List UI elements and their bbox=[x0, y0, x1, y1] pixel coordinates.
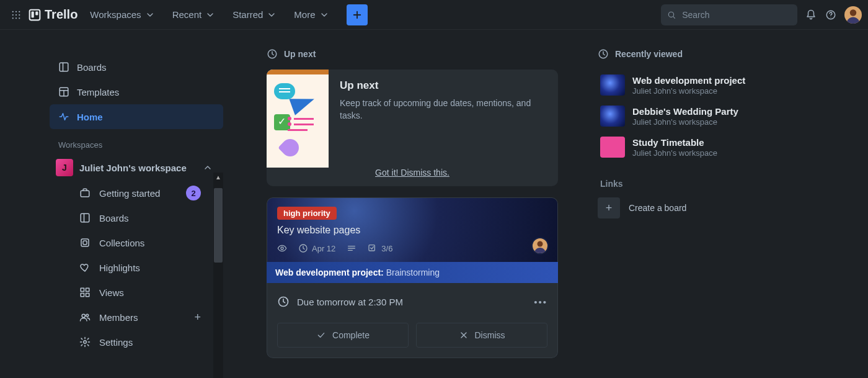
svg-point-8 bbox=[19, 17, 20, 19]
add-member-icon[interactable]: + bbox=[194, 311, 201, 324]
notifications-icon[interactable] bbox=[801, 5, 821, 25]
svg-point-34 bbox=[86, 314, 89, 317]
chevron-up-icon bbox=[203, 163, 213, 173]
board-icon bbox=[79, 212, 91, 223]
clock-icon bbox=[267, 48, 278, 60]
recent-board-1[interactable]: Debbie's Wedding Party Juliet John's wor… bbox=[598, 101, 771, 132]
svg-rect-31 bbox=[81, 294, 84, 297]
sidebar-item-settings[interactable]: Settings bbox=[50, 330, 223, 354]
svg-rect-32 bbox=[86, 294, 89, 297]
svg-rect-19 bbox=[60, 63, 68, 71]
svg-rect-30 bbox=[86, 288, 89, 291]
svg-rect-29 bbox=[81, 288, 84, 291]
brand-name: Trello bbox=[45, 7, 78, 22]
chevron-down-icon bbox=[319, 10, 329, 20]
nav-recent[interactable]: Recent bbox=[164, 6, 224, 24]
gear-icon bbox=[79, 336, 91, 348]
svg-rect-10 bbox=[32, 11, 34, 17]
sidebar-item-views[interactable]: Views bbox=[50, 280, 223, 305]
getting-started-badge: 2 bbox=[186, 186, 201, 200]
nav-more[interactable]: More bbox=[285, 6, 337, 24]
svg-point-37 bbox=[281, 247, 283, 250]
svg-rect-42 bbox=[369, 245, 374, 251]
card-location[interactable]: Web development project: Brainstorming bbox=[267, 262, 558, 283]
workspace-name: Juliet John's workspace bbox=[79, 163, 192, 173]
svg-point-35 bbox=[84, 341, 87, 344]
plus-icon: + bbox=[598, 197, 620, 218]
apps-icon[interactable] bbox=[6, 5, 26, 25]
check-icon bbox=[316, 330, 326, 340]
sidebar-item-highlights[interactable]: Highlights bbox=[50, 255, 223, 280]
svg-rect-27 bbox=[81, 239, 89, 246]
dismiss-button[interactable]: Dismiss bbox=[416, 323, 547, 348]
clock-icon bbox=[277, 295, 290, 308]
svg-point-7 bbox=[16, 17, 17, 19]
svg-point-5 bbox=[19, 14, 20, 15]
sidebar-scrollbar[interactable]: ▲ bbox=[213, 173, 223, 378]
sidebar-item-collections[interactable]: Collections bbox=[50, 230, 223, 255]
help-icon[interactable] bbox=[821, 5, 841, 25]
svg-rect-11 bbox=[35, 11, 38, 15]
nav-starred[interactable]: Starred bbox=[224, 6, 285, 24]
sidebar-item-boards[interactable]: Boards bbox=[50, 55, 223, 79]
sidebar-item-templates[interactable]: Templates bbox=[50, 79, 223, 104]
card-due: Apr 12 bbox=[298, 243, 335, 253]
sidebar-section-workspaces: Workspaces bbox=[50, 129, 223, 155]
card-title: Key website pages bbox=[277, 225, 547, 236]
collections-icon bbox=[79, 237, 91, 248]
sidebar-item-home[interactable]: Home bbox=[50, 104, 223, 129]
upnext-illustration bbox=[267, 70, 329, 168]
clock-icon bbox=[298, 243, 308, 253]
task-card[interactable]: high priority Key website pages Apr 12 3… bbox=[267, 197, 558, 358]
search-input[interactable] bbox=[661, 4, 797, 25]
svg-rect-28 bbox=[83, 241, 87, 245]
sidebar-item-ws-boards[interactable]: Boards bbox=[50, 205, 223, 230]
svg-rect-25 bbox=[81, 214, 89, 222]
recent-board-0[interactable]: Web development project Juliet John's wo… bbox=[598, 70, 771, 101]
board-icon bbox=[58, 61, 69, 73]
workspace-header[interactable]: J Juliet John's workspace bbox=[50, 155, 223, 181]
svg-rect-24 bbox=[81, 191, 89, 197]
board-thumb bbox=[600, 106, 625, 127]
recently-viewed-head: Recently viewed bbox=[598, 48, 771, 60]
svg-rect-9 bbox=[30, 9, 40, 20]
svg-point-6 bbox=[12, 17, 14, 19]
avatar[interactable] bbox=[844, 6, 862, 24]
svg-line-15 bbox=[673, 16, 675, 18]
scroll-up-icon[interactable]: ▲ bbox=[215, 174, 221, 181]
complete-button[interactable]: Complete bbox=[277, 323, 409, 348]
upnext-title: Up next bbox=[340, 79, 547, 92]
recent-board-2[interactable]: Study Timetable Juliet John's workspace bbox=[598, 132, 771, 163]
card-due-row: Due tomorrow at 2:30 PM ••• bbox=[277, 295, 547, 308]
workspace-tile: J bbox=[56, 159, 73, 176]
upnext-body-text: Keep track of upcoming due dates, mentio… bbox=[340, 97, 547, 122]
upnext-dismiss-link[interactable]: Got it! Dismiss this. bbox=[267, 168, 558, 186]
svg-point-43 bbox=[538, 241, 543, 247]
create-board-button[interactable]: + Create a board bbox=[598, 197, 771, 218]
sidebar-item-getting-started[interactable]: Getting started 2 bbox=[50, 181, 223, 205]
checklist-icon bbox=[368, 243, 378, 253]
create-button[interactable] bbox=[347, 4, 368, 25]
topbar: Trello Workspaces Recent Starred More bbox=[0, 0, 868, 30]
search-field[interactable] bbox=[681, 9, 791, 20]
svg-point-17 bbox=[830, 17, 831, 17]
pulse-icon bbox=[58, 111, 69, 122]
svg-point-2 bbox=[19, 11, 20, 12]
clock-icon bbox=[598, 48, 609, 60]
scrollbar-thumb[interactable] bbox=[214, 188, 223, 263]
card-menu-icon[interactable]: ••• bbox=[534, 297, 547, 307]
close-icon bbox=[459, 330, 469, 340]
nav-workspaces[interactable]: Workspaces bbox=[81, 6, 163, 24]
card-meta: Apr 12 3/6 bbox=[277, 243, 547, 253]
watch-icon bbox=[277, 243, 287, 253]
chevron-down-icon bbox=[267, 10, 277, 20]
sidebar-item-members[interactable]: Members + bbox=[50, 305, 223, 330]
svg-point-18 bbox=[850, 9, 857, 16]
upnext-card: Up next Keep track of upcoming due dates… bbox=[267, 70, 558, 186]
plus-icon bbox=[352, 9, 363, 20]
main-content: Up next Up next Keep track of upcoming d… bbox=[223, 30, 868, 378]
card-member-avatar[interactable] bbox=[531, 237, 549, 254]
upnext-section-head: Up next bbox=[267, 48, 558, 60]
brand-logo[interactable]: Trello bbox=[29, 7, 78, 22]
card-label[interactable]: high priority bbox=[277, 207, 337, 220]
